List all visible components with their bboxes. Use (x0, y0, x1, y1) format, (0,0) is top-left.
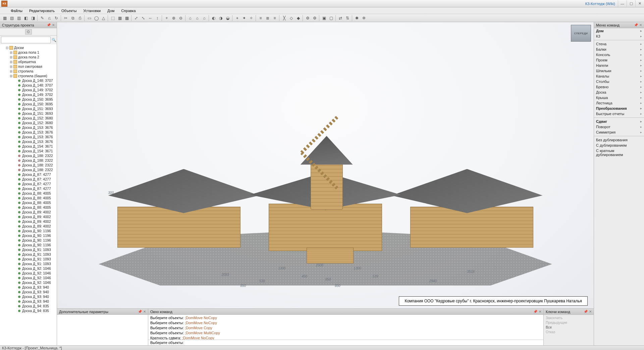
command-menu-item[interactable]: Сдвиг▸ (594, 119, 644, 124)
toolbar-button[interactable]: ⎙ (76, 15, 83, 21)
command-input[interactable] (186, 340, 543, 345)
tree-node[interactable]: Доска Д_88: 4005 (1, 200, 56, 205)
tree-node[interactable]: Доска Д_148: 3707 (1, 83, 56, 88)
tree-node[interactable]: Доска Д_91: 1093 (1, 247, 56, 252)
toolbar-button[interactable]: ✧ (248, 15, 255, 21)
tree-node[interactable]: Доска Д_153: 3676 (1, 125, 56, 130)
tree-expand-icon[interactable]: ⊞ (9, 60, 12, 64)
tree-node[interactable]: Доска Д_151: 3693 (1, 111, 56, 116)
command-menu-item[interactable]: Крыша▸ (594, 95, 644, 100)
key-item[interactable]: Все (545, 325, 592, 330)
tree-expand-icon[interactable]: ⊞ (9, 69, 12, 73)
command-menu-item[interactable]: Балки▸ (594, 47, 644, 52)
tree-expand-icon[interactable]: ⊞ (9, 51, 12, 54)
toolbar-button[interactable]: ⧉ (69, 15, 76, 21)
tree-node[interactable]: Доска Д_149: 3702 (1, 88, 56, 92)
toolbar-button[interactable]: ⊕ (170, 15, 177, 21)
tree-node[interactable]: Доска Д_93: 940 (1, 285, 56, 290)
toolbar-button[interactable]: ⤢ (133, 15, 140, 21)
tree-node[interactable]: Доска Д_87: 4277 (1, 186, 56, 191)
tree-node[interactable]: Доска Д_92: 1046 (1, 271, 56, 276)
toolbar-button[interactable]: ⚙ (311, 15, 318, 21)
command-menu-item[interactable]: Шпильки▸ (594, 68, 644, 73)
tree-expand-icon[interactable]: ⊟ (5, 46, 8, 50)
command-menu-item[interactable]: Доска▸ (594, 90, 644, 95)
structure-search-input[interactable] (1, 37, 51, 43)
toolbar-button[interactable]: ↻ (53, 15, 60, 21)
toolbar-button[interactable]: ⬚ (109, 15, 116, 21)
menu-объекты[interactable]: Объекты (59, 8, 79, 13)
toolbar-button[interactable]: ≡ (271, 15, 278, 21)
toolbar-button[interactable]: ▦ (116, 15, 123, 21)
toolbar-button[interactable]: ▥ (15, 15, 22, 21)
tree-expand-icon[interactable]: ⊞ (9, 55, 12, 59)
tree-node[interactable]: Доска Д_92: 1046 (1, 266, 56, 271)
command-menu-item[interactable]: Стена▸ (594, 41, 644, 47)
tree-node[interactable]: Доска Д_89: 4002 (1, 224, 56, 229)
toolbar-button[interactable]: ↕ (154, 15, 161, 21)
toolbar-button[interactable]: ◐ (210, 15, 217, 21)
command-menu-item[interactable]: Дом▸ (594, 28, 644, 34)
toolbar-button[interactable]: ✦ (241, 15, 248, 21)
toolbar-button[interactable]: ⌂ (187, 15, 194, 21)
command-menu-item[interactable]: Каналы▸ (594, 73, 644, 79)
toolbar-button[interactable]: ↔ (147, 15, 154, 21)
tree-node[interactable]: Доска Д_188: 2322 (1, 163, 56, 167)
toolbar-button[interactable]: ▢ (328, 15, 334, 21)
tree-node[interactable]: ⊞доска пола 1 (1, 50, 56, 55)
menu-справка[interactable]: Справка (118, 8, 138, 13)
menu-редактировать[interactable]: Редактировать (26, 8, 57, 13)
view-cube[interactable]: СПЕРЕДИ (571, 25, 591, 42)
tree-node[interactable]: Доска Д_91: 1093 (1, 252, 56, 257)
tree-node[interactable]: Доска Д_188: 2322 (1, 167, 56, 172)
toolbar-button[interactable]: ⚙ (304, 15, 311, 21)
tree-node[interactable]: Доска Д_188: 2322 (1, 158, 56, 163)
panel-close-icon[interactable]: ✕ (143, 310, 146, 313)
toolbar-button[interactable]: ▣ (321, 15, 327, 21)
tree-node[interactable]: Доска Д_153: 3676 (1, 135, 56, 139)
toolbar-button[interactable]: ⊖ (177, 15, 184, 21)
toolbar-button[interactable]: ⇅ (344, 15, 351, 21)
command-menu-item[interactable]: С дублированием (594, 143, 644, 148)
command-menu-item[interactable]: Поворот▸ (594, 124, 644, 130)
toolbar-button[interactable]: + (163, 15, 170, 21)
structure-tab-icon[interactable]: ⌬ (25, 29, 32, 35)
command-menu-item[interactable]: Проем▸ (594, 57, 644, 63)
toolbar-button[interactable]: ◧ (22, 15, 29, 21)
panel-close-icon[interactable]: ✕ (52, 23, 55, 27)
tree-node[interactable]: Доска Д_88: 4005 (1, 205, 56, 210)
toolbar-button[interactable]: ◯ (93, 15, 100, 21)
toolbar-button[interactable]: ⌖ (234, 15, 240, 21)
tree-node[interactable]: Доска Д_92: 1046 (1, 280, 56, 285)
toolbar-button[interactable]: ╳ (281, 15, 287, 21)
tree-node[interactable]: Доска Д_88: 4005 (1, 196, 56, 200)
command-menu-item[interactable]: Лестница▸ (594, 100, 644, 106)
tree-node[interactable]: Доска Д_88: 4005 (1, 191, 56, 196)
tree-node[interactable]: Доска Д_87: 4277 (1, 182, 56, 186)
panel-close-icon[interactable]: ✕ (539, 310, 541, 313)
menu-файлы[interactable]: Файлы (8, 8, 25, 13)
command-log[interactable]: Выберите объекты: ;DomMove NoCopyВыберит… (148, 315, 543, 340)
tree-node[interactable]: ⊞доска пола 2 (1, 55, 56, 59)
toolbar-button[interactable]: ◑ (217, 15, 224, 21)
command-menu-item[interactable]: К3▸ (594, 34, 644, 39)
tree-expand-icon[interactable]: ⊞ (9, 74, 12, 78)
tree-node[interactable]: ⊞пол смотровая (1, 64, 56, 69)
toolbar-button[interactable]: △ (100, 15, 107, 21)
toolbar-button[interactable]: ⤡ (140, 15, 147, 21)
command-menu-item[interactable]: Преобразования▸ (594, 106, 644, 111)
toolbar-button[interactable]: ≣ (264, 15, 271, 21)
menu-дом[interactable]: Дом (105, 8, 117, 13)
tree-node[interactable]: Доска Д_91: 1093 (1, 261, 56, 266)
tree-node[interactable]: Доска Д_93: 940 (1, 290, 56, 294)
tree-node[interactable]: ⊞стропила (башня) (1, 73, 56, 78)
search-icon[interactable]: 🔍 (52, 37, 56, 43)
toolbar-button[interactable]: ◆ (295, 15, 302, 21)
tree-node[interactable]: Доска Д_152: 3680 (1, 120, 56, 125)
command-menu-item[interactable]: Быстрые отчеты▸ (594, 111, 644, 116)
toolbar-button[interactable]: ▦ (1, 15, 8, 21)
tree-node[interactable]: Доска Д_87: 4277 (1, 172, 56, 177)
toolbar-button[interactable]: ≡ (257, 15, 264, 21)
command-menu-item[interactable]: Консоль▸ (594, 52, 644, 57)
command-menu-item[interactable]: Нагели▸ (594, 63, 644, 68)
